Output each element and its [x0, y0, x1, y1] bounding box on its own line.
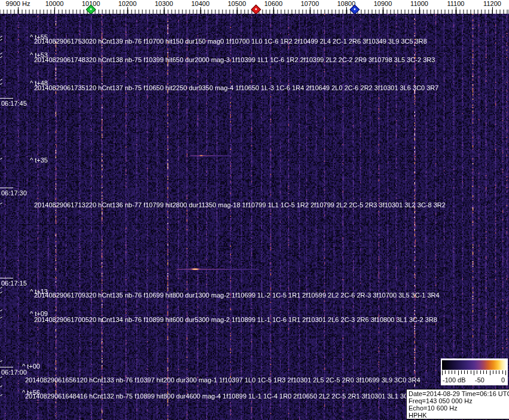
colorbar-tick — [493, 370, 493, 374]
colorbar-label-mid: -50 — [475, 376, 484, 384]
ruler-major-tick — [200, 7, 201, 14]
colorbar-tick — [505, 370, 506, 375]
ruler-label: 9900 Hz — [6, 0, 31, 7]
ruler-major-tick — [310, 7, 310, 14]
colorbar-tick — [502, 370, 503, 374]
detection-text: 20140829061753020 hCnt139 nb-76 f10700 h… — [34, 38, 427, 45]
timestamp-tick — [0, 367, 13, 367]
ruler-label: 11000 — [410, 0, 428, 7]
ruler-label: 10500 — [228, 0, 246, 7]
detection-text: 20140829061748320 hCnt138 nb-75 f10399 h… — [34, 57, 435, 63]
timestamp-tick — [0, 278, 13, 278]
ruler-label: 10600 — [264, 0, 283, 7]
timestamp-label: 06:17:00 — [1, 369, 27, 376]
detection-text: 20140829061713220 hCnt136 nb-77 f10799 h… — [34, 202, 446, 209]
marker-center-dot — [255, 8, 257, 10]
colorbar-label-min: -100 dB — [443, 376, 466, 384]
colorbar-ticks — [442, 370, 507, 376]
ruler-major-tick — [237, 7, 237, 14]
info-line-station: HPHK — [409, 412, 509, 419]
colorbar-tick — [442, 370, 443, 375]
ruler-major-tick — [54, 7, 55, 14]
colorbar-labels: -100 dB -50 0 — [441, 376, 508, 385]
colorbar-tick — [483, 370, 484, 374]
colorbar: -100 dB -50 0 — [441, 358, 508, 385]
event-marker-label: ^ t+35 — [30, 157, 48, 164]
colorbar-tick — [486, 370, 487, 374]
ruler-label: 10200 — [118, 0, 137, 7]
ruler-label: 10300 — [155, 0, 173, 7]
ruler-label: 11100 — [447, 0, 465, 7]
timestamp-label: 06:17:15 — [1, 280, 27, 287]
spectrogram-waterfall[interactable] — [0, 14, 509, 420]
ruler-major-tick — [164, 7, 164, 14]
detection-text: 20140829061656120 hCnt133 nb-76 f10397 h… — [25, 377, 420, 384]
colorbar-tick — [467, 370, 468, 374]
marker-center-dot — [90, 8, 92, 10]
ruler-major-tick — [492, 7, 493, 14]
timestamp-tick — [0, 188, 13, 188]
colorbar-tick — [474, 370, 474, 375]
colorbar-tick — [461, 370, 462, 374]
ruler-major-tick — [346, 7, 347, 14]
colorbar-tick — [471, 370, 471, 374]
ruler-major-tick — [419, 7, 420, 14]
frequency-ruler[interactable]: 9900 Hz100001010010200103001040010500106… — [0, 0, 509, 14]
detection-text: 20140829061700520 hCnt134 nb-76 f10899 h… — [34, 317, 437, 323]
timestamp-label: 06:17:45 — [1, 100, 27, 107]
ruler-major-tick — [127, 7, 128, 14]
colorbar-tick — [490, 370, 490, 375]
colorbar-tick — [499, 370, 499, 374]
colorbar-tick — [480, 370, 481, 374]
colorbar-tick — [477, 370, 477, 374]
detection-text: 20140829061648416 hCnt132 nb-75 f10899 h… — [25, 393, 409, 400]
ruler-label: 10900 — [374, 0, 392, 7]
colorbar-tick — [452, 370, 452, 374]
detection-text: 20140829061735120 hCnt137 nb-75 f10650 h… — [34, 85, 438, 91]
ruler-major-tick — [456, 7, 456, 14]
ruler-label: 11200 — [483, 0, 501, 7]
info-line-date: Date=2014-08-29 Time=06:16 UTC — [409, 390, 509, 397]
info-box: Date=2014-08-29 Time=06:16 UTC Freq=143 … — [406, 389, 509, 419]
ruler-major-tick — [383, 7, 383, 14]
colorbar-tick — [449, 370, 449, 374]
marker-center-dot — [353, 8, 356, 10]
colorbar-tick — [496, 370, 496, 374]
ruler-label: 10400 — [191, 0, 210, 7]
timestamp-tick — [0, 98, 13, 99]
timestamp-label: 06:17:30 — [1, 190, 27, 197]
info-line-freq: Freq=143 050 000 Hz — [409, 397, 509, 404]
colorbar-tick — [445, 370, 446, 374]
ruler-major-tick — [273, 7, 274, 14]
spectrum-lab-window: 9900 Hz100001010010200103001040010500106… — [0, 0, 509, 420]
colorbar-tick — [464, 370, 465, 374]
ruler-label: 10000 — [45, 0, 64, 7]
detection-text: 20140829061709320 hCnt135 nb-76 f10699 h… — [34, 292, 440, 299]
colorbar-gradient[interactable] — [442, 360, 507, 370]
colorbar-tick — [455, 370, 455, 374]
event-marker-label: ^ t+00 — [22, 363, 40, 370]
ruler-label: 10700 — [301, 0, 319, 7]
colorbar-label-max: 0 — [501, 376, 505, 384]
ruler-major-tick — [18, 7, 19, 14]
colorbar-tick — [458, 370, 459, 375]
info-line-echo: Echo=10 600 Hz — [409, 404, 509, 412]
